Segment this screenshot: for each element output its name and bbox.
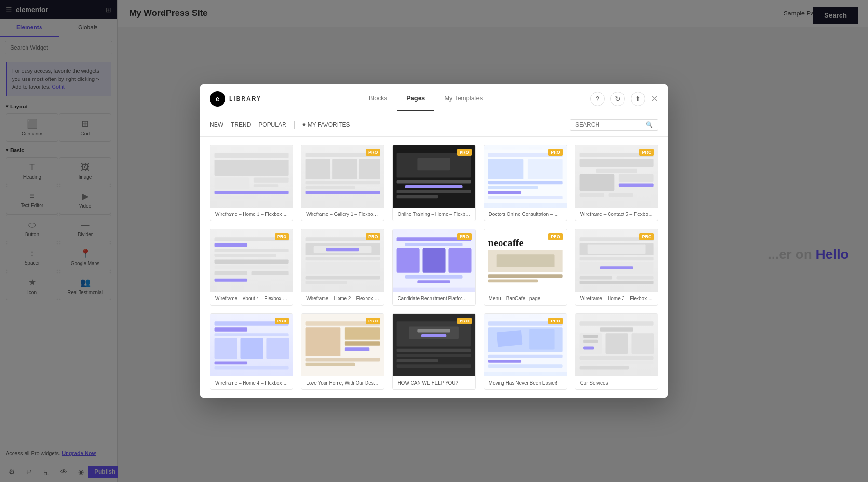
- svg-rect-81: [240, 338, 263, 359]
- template-card-12[interactable]: PRO Love Your Home, With Our Desi: [301, 313, 384, 390]
- template-search-box[interactable]: 🔍: [570, 119, 658, 131]
- svg-rect-25: [488, 181, 562, 184]
- svg-text:neocaffe: neocaffe: [488, 238, 523, 248]
- svg-rect-115: [583, 335, 598, 338]
- svg-rect-75: [616, 276, 653, 280]
- template-card-14[interactable]: PRO Moving Has Never Been Easier!: [484, 313, 567, 390]
- svg-rect-10: [359, 159, 380, 179]
- template-name-2: Wireframe – Gallery 1 – Flexbox - pa...: [301, 208, 384, 221]
- svg-rect-58: [423, 248, 446, 272]
- refresh-icon[interactable]: ↻: [610, 92, 625, 106]
- template-card-3[interactable]: PRO Online Training – Home – Flexbox – .…: [392, 145, 475, 221]
- svg-rect-28: [488, 196, 562, 199]
- svg-rect-38: [215, 243, 247, 247]
- tab-pages[interactable]: Pages: [397, 86, 434, 111]
- template-card-7[interactable]: PRO Wireframe – Home 2 – Flexbox: [301, 229, 384, 306]
- favorites-label: MY FAVORITES: [308, 121, 350, 128]
- svg-rect-43: [215, 271, 247, 275]
- template-thumb-14: PRO: [484, 314, 567, 376]
- template-name-8: Candidate Recruitment Platform - p...: [393, 292, 475, 305]
- template-search-input[interactable]: [575, 121, 643, 128]
- tab-blocks[interactable]: Blocks: [359, 86, 397, 111]
- template-thumb-7: PRO: [301, 229, 384, 292]
- svg-rect-32: [579, 174, 614, 191]
- modal-body: Wireframe – Home 1 – Flexbox - page PRO: [200, 137, 668, 398]
- template-card-4[interactable]: PRO Doctors Online Consultation –: [484, 145, 567, 221]
- svg-rect-1: [215, 160, 289, 176]
- svg-rect-19: [397, 190, 471, 193]
- help-icon[interactable]: ?: [590, 92, 605, 106]
- modal-logo: e LIBRARY: [210, 91, 261, 107]
- svg-rect-96: [418, 329, 450, 333]
- modal-header-actions: ? ↻ ⬆ ✕: [590, 92, 658, 106]
- svg-rect-0: [215, 153, 289, 158]
- svg-rect-57: [397, 248, 420, 272]
- svg-rect-91: [306, 358, 380, 362]
- svg-rect-114: [631, 333, 654, 354]
- filter-new[interactable]: NEW: [210, 120, 223, 130]
- save-template-icon[interactable]: ⬆: [631, 92, 645, 106]
- pro-badge-5: PRO: [639, 149, 654, 156]
- svg-rect-53: [306, 281, 347, 284]
- svg-rect-50: [306, 257, 380, 260]
- template-name-5: Wireframe – Contact 5 – Flexbox – p...: [575, 208, 658, 221]
- svg-rect-88: [345, 327, 380, 340]
- svg-rect-79: [215, 333, 289, 336]
- svg-rect-4: [254, 184, 278, 187]
- template-card-2[interactable]: PRO Wireframe – Gallery 1 – Flexbox - pa…: [301, 145, 384, 221]
- template-card-9[interactable]: PRO neocaffe Menu – Bar/Cafe - page: [484, 229, 567, 306]
- svg-rect-111: [600, 327, 633, 332]
- pro-badge-6: PRO: [275, 233, 289, 240]
- svg-rect-101: [397, 364, 471, 368]
- template-thumb-15: [575, 314, 658, 376]
- svg-rect-90: [345, 347, 369, 351]
- template-card-15[interactable]: Our Services: [575, 313, 658, 390]
- svg-rect-106: [529, 329, 554, 350]
- svg-rect-84: [215, 366, 289, 370]
- svg-rect-34: [619, 184, 654, 187]
- template-card-5[interactable]: PRO Wireframe – Contact 5 – Flexb: [575, 145, 658, 221]
- template-thumb-4: PRO: [484, 145, 567, 208]
- template-grid: Wireframe – Home 1 – Flexbox - page PRO: [210, 145, 658, 390]
- template-card-8[interactable]: PRO Candidate Recruitment Platfor: [392, 229, 475, 306]
- svg-rect-52: [306, 276, 380, 280]
- template-name-3: Online Training – Home – Flexbox – ...: [393, 208, 475, 221]
- svg-rect-18: [405, 185, 463, 188]
- svg-rect-35: [579, 193, 604, 197]
- heart-icon: ♥: [302, 121, 306, 128]
- template-name-7: Wireframe – Home 2 – Flexbox - page: [301, 292, 384, 305]
- template-name-12: Love Your Home, With Our Design: [301, 376, 384, 389]
- pro-badge-12: PRO: [366, 318, 380, 324]
- close-modal-button[interactable]: ✕: [651, 94, 658, 104]
- template-thumb-9: PRO neocaffe: [484, 229, 567, 292]
- template-card-1[interactable]: Wireframe – Home 1 – Flexbox - page: [210, 145, 293, 221]
- svg-rect-59: [449, 248, 472, 272]
- template-name-13: HOW CAN WE HELP YOU?: [393, 376, 475, 389]
- pro-badge-4: PRO: [548, 149, 563, 156]
- tab-my-templates[interactable]: My Templates: [434, 86, 492, 111]
- template-card-6[interactable]: PRO Wireframe – Ab: [210, 229, 293, 306]
- svg-rect-97: [421, 334, 446, 337]
- template-thumb-3: PRO: [393, 145, 475, 208]
- template-thumb-10: PRO: [575, 229, 658, 292]
- svg-rect-3: [254, 178, 289, 183]
- svg-rect-56: [405, 243, 463, 246]
- template-card-11[interactable]: PRO Wireframe – Home 4 – Flexbox: [210, 313, 293, 390]
- svg-rect-76: [579, 281, 653, 284]
- svg-rect-13: [306, 191, 380, 194]
- svg-rect-41: [215, 259, 289, 264]
- modal-overlay[interactable]: e LIBRARY Blocks Pages My Templates ? ↻ …: [0, 0, 868, 482]
- svg-rect-73: [600, 266, 633, 269]
- template-card-10[interactable]: PRO Wireframe – Ho: [575, 229, 658, 306]
- filter-popular[interactable]: POPULAR: [258, 120, 286, 130]
- svg-rect-110: [579, 321, 653, 326]
- filter-trend[interactable]: TREND: [231, 120, 251, 130]
- svg-rect-40: [215, 254, 276, 257]
- my-favorites-button[interactable]: ♥ MY FAVORITES: [302, 121, 350, 128]
- svg-rect-5: [215, 191, 289, 194]
- svg-rect-24: [527, 159, 562, 179]
- svg-rect-78: [215, 327, 247, 332]
- template-card-13[interactable]: PRO HOW CAN WE HEL: [392, 313, 475, 390]
- svg-rect-105: [496, 330, 522, 347]
- pro-badge-10: PRO: [639, 233, 654, 240]
